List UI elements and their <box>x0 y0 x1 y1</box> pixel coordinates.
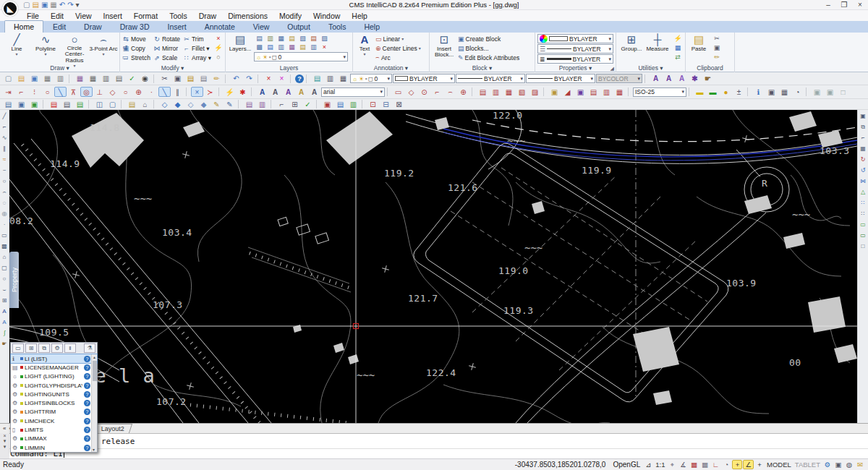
spline-tool-icon[interactable]: ≈ <box>3 155 6 164</box>
restore-button[interactable]: ❐ <box>836 1 852 9</box>
table-icon[interactable]: ▦ <box>778 87 791 97</box>
measure-area-icon[interactable]: ▬ <box>707 87 719 97</box>
duplicate-tool-icon[interactable]: ⧉ <box>861 122 865 132</box>
color-dropdown[interactable]: BYLAYER ▾ <box>537 34 613 43</box>
erase-icon[interactable]: × <box>213 34 224 43</box>
ribbon-tab[interactable]: Home <box>4 20 43 33</box>
field-icon[interactable]: ✱ <box>689 74 701 84</box>
clip-icon[interactable]: ▢ <box>106 100 119 108</box>
info-icon[interactable]: ℹ <box>752 87 765 97</box>
layer-explorer-icon[interactable]: ▦ <box>337 74 349 84</box>
rotate-ccw-tool-icon[interactable]: ↺ <box>861 166 866 175</box>
dim-arc-icon[interactable]: ⌢ <box>444 87 456 97</box>
block-item[interactable]: ▣ Create Block <box>458 34 519 43</box>
menu-item[interactable]: Edit <box>46 11 69 21</box>
publish-icon[interactable]: ▤ <box>113 74 125 84</box>
mail-icon[interactable]: ✉ <box>855 460 865 469</box>
layer-tool-icon[interactable]: ▥ <box>276 43 286 51</box>
region-tool-icon[interactable]: ▢ <box>1 263 7 273</box>
circle-tool-icon[interactable]: ○ <box>3 176 7 186</box>
snap-node-icon[interactable]: ◎ <box>80 87 93 97</box>
popup-command-item[interactable]: ▤ LICENSEMANAGER ? <box>11 363 97 372</box>
help-badge-icon[interactable]: ? <box>84 400 90 406</box>
time-icon[interactable]: ◔ <box>791 87 804 97</box>
field-tool-icon[interactable]: ⊟ <box>380 100 392 108</box>
menu-item[interactable]: Help <box>346 11 373 21</box>
stop-icon[interactable]: ✱ <box>237 87 249 97</box>
new-icon[interactable]: ▢ <box>2 74 14 84</box>
ribbon-tab[interactable]: Draw 3D <box>111 21 158 33</box>
update-icon[interactable]: ⇄ <box>672 53 684 61</box>
render3-icon[interactable]: □ <box>837 87 849 97</box>
cloud-tool-icon[interactable]: ⌣ <box>2 285 6 294</box>
check-icon[interactable]: ✓ <box>302 100 314 108</box>
modify-button[interactable]: ✂ Trim <box>183 34 211 43</box>
circle-center-radius-button[interactable]: ○ Circle Center-Radius▾ <box>60 34 89 64</box>
cut-icon[interactable]: ✂ <box>711 34 723 43</box>
group-label-block[interactable]: Block ▾ <box>430 64 535 72</box>
dim-aligned-icon[interactable]: ◇ <box>405 87 417 97</box>
popup-command-item[interactable]: ☼ LIGHT (LIGHTING) ? <box>11 372 97 381</box>
modify-button[interactable]: ⋈ Mirror <box>153 43 180 53</box>
text-icon[interactable]: A <box>256 87 268 97</box>
popup-window-icon[interactable]: ▭ <box>12 343 24 353</box>
help-badge-icon[interactable]: ? <box>84 383 90 389</box>
measure-mass-icon[interactable]: ● <box>720 87 732 97</box>
layer-tool-icon[interactable]: ▥ <box>265 34 276 43</box>
array-polar-icon[interactable]: ∷ <box>861 209 864 218</box>
dim-edit-icon[interactable]: ▣ <box>548 87 561 97</box>
match-icon[interactable]: ✏ <box>210 74 223 84</box>
annotation-item[interactable]: ⊕ Center Lines▾ <box>375 43 421 53</box>
menu-item[interactable]: Dimensions <box>223 11 273 21</box>
insert-block-button[interactable]: ⊡ Insert Block... <box>432 34 456 64</box>
extra-toolbar-icon[interactable] <box>43 100 46 108</box>
modify-button[interactable]: ⇆ Move <box>122 34 150 43</box>
popup-command-item[interactable]: ⚙ LIMMAX ? <box>11 435 97 443</box>
popup-copy-icon[interactable]: ⧉ <box>38 343 50 353</box>
polar-icon[interactable]: ◔ <box>721 460 731 469</box>
snap-from-icon[interactable]: ⌐ <box>15 87 27 97</box>
paste-icon[interactable]: ▤ <box>184 74 197 84</box>
layer-tool-icon[interactable]: ▥ <box>308 43 319 51</box>
snap-grid-icon[interactable]: ▦ <box>689 460 699 469</box>
group-label-clipboard[interactable]: Clipboard <box>686 64 734 72</box>
snap-tangent-icon[interactable]: ○ <box>119 87 132 97</box>
tablet-toggle[interactable]: TABLET <box>793 460 822 469</box>
paste-button[interactable]: ▤ Paste <box>688 34 710 64</box>
redo-icon[interactable]: ↷ <box>67 0 73 9</box>
layer-freeze-icon[interactable]: ▤ <box>74 100 86 108</box>
menu-item[interactable]: Window <box>308 11 345 21</box>
ribbon-tab[interactable]: Tools <box>320 21 355 33</box>
dim-baseline-icon[interactable]: ▤ <box>477 87 489 97</box>
find-icon[interactable]: ◉ <box>139 74 151 84</box>
ellipse-tool-icon[interactable]: ◌ <box>3 198 7 208</box>
mirror-tool-icon[interactable]: ⋈ <box>860 176 866 186</box>
extra-toolbar-icon[interactable] <box>362 100 365 108</box>
etrack-icon[interactable]: ∡ <box>678 460 688 469</box>
cut-icon[interactable]: ✂ <box>158 74 171 84</box>
scrollbar-thumb[interactable] <box>93 361 97 381</box>
draw-order-back-icon[interactable]: ◆ <box>171 100 184 108</box>
popup-command-item[interactable]: ⚙ LIGHTTRIM ? <box>11 408 97 416</box>
minimize-button[interactable]: – <box>820 1 836 9</box>
snap-apparent-icon[interactable]: ⊼ <box>67 87 80 97</box>
point-tool-icon[interactable]: · <box>4 220 6 229</box>
dimension-icon[interactable] <box>387 87 390 96</box>
save-icon[interactable]: ▣ <box>41 0 48 9</box>
qr-icon[interactable]: ▦ <box>672 43 684 52</box>
block-item[interactable]: ✎ Edit Block Attributes <box>458 53 519 62</box>
arc-tool-icon[interactable]: ⌢ <box>2 187 6 197</box>
run-icon[interactable]: ⚡ <box>224 87 236 97</box>
paste-special-icon[interactable]: ▤ <box>197 74 210 84</box>
annotation-item[interactable]: ▭ Linear▾ <box>375 34 421 43</box>
copy-icon[interactable]: ▣ <box>711 43 723 52</box>
help-icon[interactable]: ? <box>295 74 304 83</box>
text-style2-icon[interactable]: A <box>295 87 307 97</box>
property-panel-tab[interactable]: Property <box>9 252 19 308</box>
dim-style-icon[interactable]: ▥ <box>600 87 613 97</box>
snap-parallel-icon[interactable]: ╲ <box>158 87 171 97</box>
block-item[interactable]: ▤ Blocks... <box>458 43 519 53</box>
dim-override-icon[interactable]: ▤ <box>587 87 600 97</box>
sheet-nav-button[interactable]: « <box>1 425 7 432</box>
stretch-tool-icon[interactable]: ▭ <box>860 220 866 229</box>
